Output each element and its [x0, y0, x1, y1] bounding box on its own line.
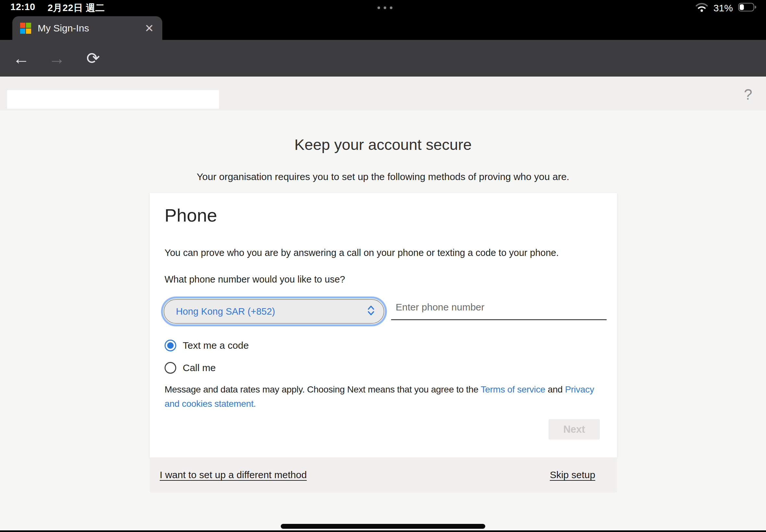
close-tab-icon[interactable]: ✕	[145, 23, 154, 34]
radio-text-me-a-code[interactable]: Text me a code	[164, 340, 249, 351]
different-method-link[interactable]: I want to set up a different method	[160, 469, 307, 480]
disclaimer-text: Message and data rates may apply. Choosi…	[164, 382, 605, 411]
select-stepper-icon	[367, 304, 375, 319]
card-description: You can prove who you are by answering a…	[164, 248, 559, 258]
back-icon[interactable]: ←	[10, 40, 32, 77]
clock: 12:10	[10, 2, 35, 15]
country-code-select[interactable]: Hong Kong SAR (+852)	[164, 299, 384, 324]
radio-unselected-icon	[164, 362, 176, 374]
phone-question-label: What phone number would you like to use?	[164, 274, 345, 285]
radio-label: Call me	[183, 362, 216, 373]
battery-icon	[738, 3, 756, 14]
radio-call-me[interactable]: Call me	[164, 362, 216, 374]
skip-setup-link[interactable]: Skip setup	[550, 469, 595, 480]
wifi-icon	[695, 2, 708, 14]
radio-selected-icon	[164, 340, 176, 351]
date: 2月22日 週二	[48, 2, 105, 15]
browser-tab[interactable]: My Sign-Ins ✕	[12, 16, 162, 40]
disclaimer-part1: Message and data rates may apply. Choosi…	[164, 384, 481, 394]
tab-strip: My Sign-Ins ✕ +	[0, 16, 766, 40]
phone-setup-card: Phone You can prove who you are by answe…	[150, 193, 617, 457]
browser-toolbar: ← → ⟳ mysignins.microsoft.com	[0, 40, 766, 77]
tab-title: My Sign-Ins	[38, 23, 89, 34]
web-page: ? Keep your account secure Your organisa…	[0, 77, 766, 532]
org-logo-placeholder	[7, 90, 219, 109]
screen-bottom-edge	[0, 530, 766, 532]
site-header: ?	[0, 77, 766, 110]
page-title: Keep your account secure	[0, 136, 766, 153]
card-heading: Phone	[164, 205, 217, 226]
page-subtitle: Your organisation requires you to set up…	[0, 171, 766, 182]
radio-label: Text me a code	[183, 340, 249, 351]
phone-number-input[interactable]	[391, 297, 607, 320]
card-footer: I want to set up a different method Skip…	[150, 457, 617, 492]
reload-icon[interactable]: ⟳	[82, 40, 104, 77]
home-indicator[interactable]	[281, 524, 485, 529]
microsoft-logo-icon	[20, 23, 31, 34]
disclaimer-part2: and	[545, 384, 565, 394]
battery-percent: 31%	[713, 3, 733, 14]
forward-icon: →	[45, 40, 68, 77]
terms-of-service-link[interactable]: Terms of service	[481, 384, 545, 394]
multitasking-dots-icon	[377, 6, 393, 9]
help-icon[interactable]: ?	[744, 86, 752, 103]
country-code-value: Hong Kong SAR (+852)	[176, 306, 275, 317]
next-button[interactable]: Next	[549, 419, 600, 440]
